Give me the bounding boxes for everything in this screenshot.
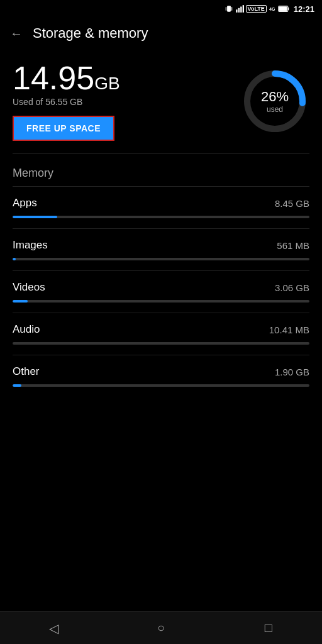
- main-content: 14.95GB Used of 56.55 GB FREE UP SPACE 2…: [0, 49, 322, 435]
- nav-recents-button[interactable]: □: [214, 621, 322, 635]
- donut-label: 26% used: [261, 89, 289, 114]
- storage-item-name: Videos: [13, 281, 45, 294]
- progress-bar-fill: [13, 216, 57, 218]
- svg-rect-0: [227, 6, 231, 11]
- bottom-nav: ◁ ○ □: [0, 611, 322, 644]
- storage-item-size: 561 MB: [277, 240, 309, 251]
- donut-chart: 26% used: [240, 67, 309, 136]
- back-button[interactable]: ←: [10, 26, 23, 41]
- vibrate-icon: [225, 4, 233, 13]
- storage-gb-unit: GB: [94, 74, 119, 93]
- progress-bar-fill: [13, 258, 16, 260]
- storage-item-size: 10.41 MB: [269, 325, 309, 335]
- storage-summary: 14.95GB Used of 56.55 GB FREE UP SPACE 2…: [13, 62, 309, 141]
- svg-rect-2: [231, 7, 232, 11]
- svg-rect-6: [242, 5, 243, 13]
- storage-item-header: Apps 8.45 GB: [13, 197, 309, 209]
- nav-home-icon: ○: [157, 621, 165, 635]
- svg-rect-1: [225, 7, 226, 11]
- storage-item-size: 8.45 GB: [275, 198, 309, 209]
- storage-item-header: Images 561 MB: [13, 239, 309, 252]
- progress-bar-fill: [13, 300, 28, 303]
- storage-item[interactable]: Apps 8.45 GB: [13, 186, 309, 228]
- storage-item[interactable]: Images 561 MB: [13, 228, 309, 270]
- storage-item-name: Images: [13, 239, 48, 252]
- storage-item-size: 1.90 GB: [275, 367, 309, 377]
- progress-bar-bg: [13, 384, 309, 387]
- storage-total-label: Used of 56.55 GB: [13, 97, 240, 107]
- donut-used-text: used: [261, 105, 289, 114]
- storage-item[interactable]: Audio 10.41 MB: [13, 313, 309, 355]
- status-time: 12:21: [294, 4, 314, 14]
- signal-icon: [235, 4, 244, 13]
- storage-item-header: Other 1.90 GB: [13, 365, 309, 378]
- nav-home-button[interactable]: ○: [108, 621, 215, 635]
- progress-bar-bg: [13, 216, 309, 218]
- storage-used-value: 14.95GB: [13, 62, 240, 94]
- storage-items-list: Apps 8.45 GB Images 561 MB Videos 3.06 G…: [13, 186, 309, 397]
- donut-percent: 26%: [261, 89, 289, 105]
- storage-item[interactable]: Other 1.90 GB: [13, 355, 309, 397]
- storage-item-name: Other: [13, 365, 40, 378]
- status-icons: VoLTE 4G 12:21: [225, 4, 314, 14]
- storage-item-header: Audio 10.41 MB: [13, 323, 309, 336]
- storage-item-header: Videos 3.06 GB: [13, 281, 309, 294]
- storage-item[interactable]: Videos 3.06 GB: [13, 270, 309, 313]
- storage-item-name: Audio: [13, 323, 40, 336]
- storage-gb-number: 14.95: [13, 60, 94, 96]
- network-type-icon: 4G: [269, 5, 276, 13]
- memory-section-label: Memory: [13, 157, 309, 186]
- status-bar: VoLTE 4G 12:21: [0, 0, 322, 18]
- free-up-space-button[interactable]: FREE UP SPACE: [13, 116, 114, 141]
- section-divider: [13, 153, 309, 154]
- volte-icon: VoLTE: [246, 5, 267, 13]
- svg-text:4G: 4G: [269, 7, 275, 11]
- storage-item-size: 3.06 GB: [275, 282, 309, 293]
- storage-item-name: Apps: [13, 197, 37, 209]
- svg-rect-10: [279, 6, 287, 11]
- nav-recents-icon: □: [265, 621, 272, 635]
- svg-rect-5: [240, 7, 242, 13]
- svg-rect-9: [288, 8, 289, 11]
- svg-rect-4: [238, 8, 239, 13]
- progress-bar-bg: [13, 300, 309, 303]
- progress-bar-fill: [13, 384, 21, 387]
- progress-bar-bg: [13, 258, 309, 260]
- nav-back-icon: ◁: [49, 621, 58, 636]
- storage-info: 14.95GB Used of 56.55 GB FREE UP SPACE: [13, 62, 240, 141]
- page-title: Storage & memory: [33, 25, 148, 42]
- top-nav: ← Storage & memory: [0, 18, 322, 49]
- battery-icon: [278, 5, 289, 13]
- nav-back-button[interactable]: ◁: [0, 621, 108, 636]
- svg-rect-3: [236, 9, 237, 13]
- progress-bar-bg: [13, 342, 309, 345]
